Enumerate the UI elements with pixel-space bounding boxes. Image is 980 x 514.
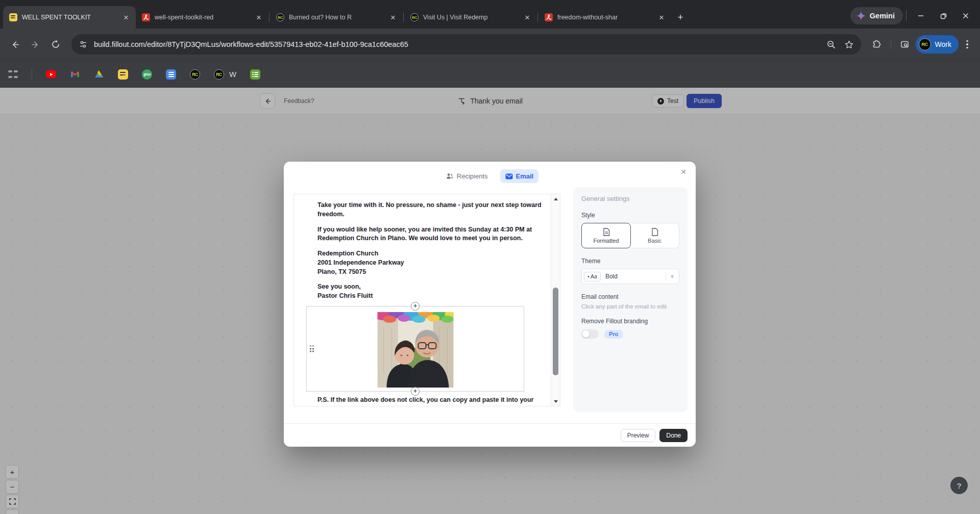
email-editor-modal: ✕ Recipients Email Take your time with i [284, 162, 696, 447]
email-address-name[interactable]: Redemption Church [317, 249, 545, 259]
zoom-page-icon[interactable] [826, 40, 836, 49]
email-time-bold: 4:30 PM [500, 226, 524, 233]
bookmark-gmail-icon[interactable] [70, 69, 80, 80]
profile-button[interactable]: RC Work [916, 35, 959, 54]
tab-title: Visit Us | Visit Redemp [423, 14, 518, 21]
tab-well-spent-toolkit[interactable]: WELL SPENT TOOLKIT ✕ [3, 6, 136, 29]
bookmark-w-label[interactable]: W [229, 70, 236, 79]
bookmark-rc-icon[interactable]: RC [190, 69, 200, 80]
back-icon[interactable] [5, 35, 24, 54]
email-preview-panel[interactable]: Take your time with it. No pressure, no … [293, 194, 560, 406]
style-option-formatted[interactable]: Formatted [581, 223, 631, 248]
tab-close-icon[interactable]: ✕ [121, 13, 131, 22]
window-restore-button[interactable] [932, 7, 954, 24]
general-settings-panel: General settings Style Formatted Basic [573, 187, 688, 412]
email-paragraph[interactable]: Take your time with it. No pressure, no … [317, 201, 545, 219]
tab-title: WELL SPENT TOOLKIT [22, 14, 117, 21]
bookmark-fillout-icon[interactable] [118, 69, 128, 80]
tab-close-icon[interactable]: ✕ [657, 13, 666, 22]
email-address-line1[interactable]: 2001 Independence Parkway [317, 259, 545, 268]
tab-email-label: Email [516, 172, 534, 180]
site-settings-icon[interactable] [79, 40, 88, 49]
tab-search-icon[interactable] [895, 35, 915, 54]
email-content-hint: Click any part of the email to edit [581, 303, 679, 310]
tab-email[interactable]: Email [500, 169, 539, 183]
fillout-editor-page: Feedback? Thank you email Test Publish +… [0, 88, 980, 514]
bookmark-gloo-icon[interactable]: gloo [142, 69, 152, 80]
style-options: Formatted Basic [581, 223, 679, 248]
preview-scrollbar[interactable] [551, 194, 560, 406]
theme-value: Bold [605, 273, 618, 280]
branding-label: Remove Fillout branding [581, 318, 679, 325]
reload-icon[interactable] [46, 35, 65, 54]
add-block-above-button[interactable]: + [411, 302, 420, 311]
tab-title: Burned out? How to R [289, 14, 384, 21]
url-text[interactable]: build.fillout.com/editor/8TyTjD3QmLus/wo… [94, 40, 820, 48]
done-button[interactable]: Done [659, 429, 688, 442]
email-image-block[interactable]: + [306, 306, 524, 392]
profile-avatar: RC [919, 38, 931, 50]
settings-heading: General settings [581, 195, 679, 202]
scroll-up-arrow[interactable] [551, 195, 560, 203]
tab-burned-out[interactable]: RC Burned out? How to R ✕ [270, 6, 403, 29]
pdf-favicon [142, 13, 150, 21]
bookmarks-bar: gloo RC RC W [0, 60, 980, 88]
drag-handle-icon[interactable] [310, 345, 314, 352]
apps-grid-icon[interactable] [8, 69, 18, 79]
tab-recipients-label: Recipients [457, 172, 488, 180]
tab-title: freedom-without-shar [557, 14, 652, 21]
new-tab-button[interactable]: + [673, 10, 688, 24]
forward-icon[interactable] [26, 35, 45, 54]
pdf-favicon [545, 13, 553, 21]
preview-button[interactable]: Preview [621, 429, 656, 442]
tab-freedom-pdf[interactable]: freedom-without-shar ✕ [538, 6, 671, 29]
rc-favicon: RC [410, 13, 419, 21]
email-address-line2[interactable]: Plano, TX 75075 [317, 268, 545, 277]
theme-chip: • Aa [584, 272, 601, 281]
email-signoff[interactable]: See you soon, [317, 282, 545, 292]
email-paragraph[interactable]: If you would like help sooner, you are i… [317, 225, 545, 244]
window-separator [906, 11, 906, 21]
branding-toggle[interactable] [581, 329, 599, 339]
tab-title: well-spent-toolkit-red [155, 14, 250, 21]
bookmark-drive-icon[interactable] [94, 69, 104, 80]
chevron-down-icon: ▼ [670, 274, 675, 279]
recipients-people-icon [446, 173, 454, 179]
gemini-label: Gemini [870, 12, 895, 20]
window-close-button[interactable] [954, 7, 977, 24]
bookmark-youtube-icon[interactable] [46, 70, 56, 78]
theme-label: Theme [581, 258, 679, 265]
tab-pdf-toolkit[interactable]: well-spent-toolkit-red ✕ [136, 6, 268, 29]
tab-close-icon[interactable]: ✕ [388, 13, 398, 22]
add-block-below-button[interactable]: + [411, 387, 420, 396]
tab-recipients[interactable]: Recipients [441, 169, 493, 183]
tab-close-icon[interactable]: ✕ [254, 13, 263, 22]
style-option-basic[interactable]: Basic [630, 223, 679, 248]
modal-close-icon[interactable]: ✕ [678, 167, 689, 177]
browser-menu-icon[interactable] [960, 40, 975, 48]
tab-separator [403, 13, 404, 22]
bookmark-rc-w-icon[interactable]: RC [214, 69, 224, 80]
bookmark-docs-icon[interactable] [166, 69, 176, 80]
tab-visit-us[interactable]: RC Visit Us | Visit Redemp ✕ [404, 6, 537, 29]
bookmark-list-icon[interactable] [250, 69, 260, 80]
address-bar[interactable]: build.fillout.com/editor/8TyTjD3QmLus/wo… [71, 34, 861, 55]
style-label: Style [581, 212, 679, 219]
email-body[interactable]: Take your time with it. No pressure, no … [294, 194, 551, 406]
extensions-icon[interactable] [867, 35, 887, 54]
email-signature[interactable]: Pastor Chris Fluitt [317, 292, 545, 301]
tab-close-icon[interactable]: ✕ [523, 13, 532, 22]
scrollbar-thumb[interactable] [553, 288, 558, 375]
theme-select[interactable]: • Aa Bold ▼ [581, 269, 679, 284]
scroll-down-arrow[interactable] [551, 397, 560, 405]
bookmark-star-icon[interactable] [844, 40, 854, 49]
formatted-doc-icon [603, 228, 610, 236]
gemini-button[interactable]: Gemini [850, 7, 903, 24]
email-church-bold: Redemption Church [317, 235, 378, 242]
couple-photo[interactable] [377, 312, 453, 388]
email-ps[interactable]: P.S. If the link above does not click, y… [317, 396, 545, 406]
window-minimize-button[interactable] [910, 7, 932, 24]
browser-toolbar: build.fillout.com/editor/8TyTjD3QmLus/wo… [0, 29, 980, 60]
modal-footer: Preview Done [284, 423, 696, 447]
gemini-sparkle-icon [856, 11, 866, 20]
